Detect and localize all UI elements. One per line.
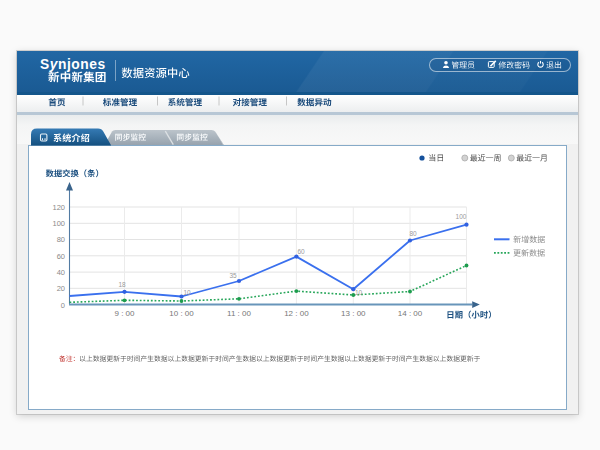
- svg-text:60: 60: [57, 252, 65, 261]
- svg-text:12 : 00: 12 : 00: [284, 309, 309, 318]
- svg-text:10 : 00: 10 : 00: [169, 309, 194, 318]
- svg-text:60: 60: [297, 248, 305, 255]
- svg-text:Synjones: Synjones: [40, 57, 106, 72]
- svg-text:14 : 00: 14 : 00: [398, 309, 423, 318]
- svg-text:80: 80: [409, 230, 417, 237]
- svg-text:18: 18: [118, 281, 126, 288]
- svg-text:100: 100: [52, 219, 65, 228]
- svg-text:11 : 00: 11 : 00: [227, 309, 251, 318]
- svg-text:10: 10: [355, 289, 363, 296]
- svg-text:40: 40: [57, 268, 65, 277]
- svg-text:100: 100: [456, 213, 467, 220]
- svg-text:9 : 00: 9 : 00: [114, 309, 135, 318]
- svg-text:0: 0: [61, 301, 65, 310]
- svg-text:120: 120: [52, 203, 65, 212]
- svg-text:10: 10: [184, 289, 192, 296]
- svg-text:13 : 00: 13 : 00: [341, 309, 366, 318]
- svg-text:20: 20: [57, 284, 65, 293]
- svg-text:80: 80: [57, 235, 65, 244]
- svg-text:35: 35: [229, 272, 237, 279]
